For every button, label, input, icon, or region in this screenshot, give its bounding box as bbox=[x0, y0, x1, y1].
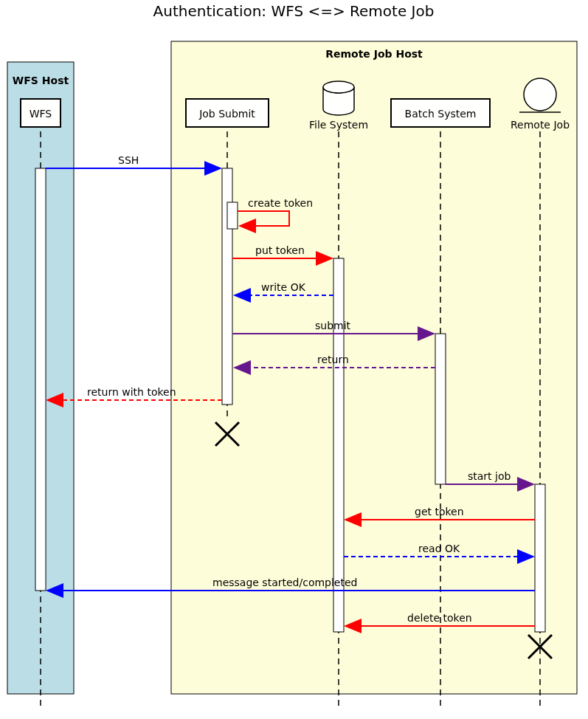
remote-job-activation bbox=[535, 484, 545, 632]
job-submit-participant-label: Job Submit bbox=[198, 108, 255, 120]
get-token-label: get token bbox=[415, 506, 464, 517]
remote-job-participant-label: Remote Job bbox=[511, 119, 570, 131]
ssh-label: SSH bbox=[118, 154, 139, 166]
delete-token-label: delete token bbox=[407, 612, 472, 624]
wfs-participant-label: WFS bbox=[30, 108, 52, 120]
svg-point-0 bbox=[323, 81, 354, 93]
read-ok-label: read OK bbox=[418, 543, 460, 554]
write-ok-label: write OK bbox=[261, 281, 306, 293]
diagram-title: Authentication: WFS <=> Remote Job bbox=[153, 2, 435, 20]
create-token-label: create token bbox=[248, 197, 313, 209]
msg-started-completed-label: message started/completed bbox=[212, 577, 357, 588]
remote-job-host-label: Remote Job Host bbox=[325, 48, 423, 60]
file-system-participant bbox=[323, 81, 354, 115]
job-submit-activation2 bbox=[227, 202, 238, 229]
svg-point-1 bbox=[524, 78, 556, 111]
batch-system-participant-label: Batch System bbox=[405, 108, 477, 120]
wfs-activation bbox=[35, 168, 46, 591]
return-label: return bbox=[317, 354, 349, 365]
return-with-token-label: return with token bbox=[87, 386, 176, 398]
start-job-label: start job bbox=[468, 470, 511, 482]
sequence-diagram: Authentication: WFS <=> Remote Job WFS H… bbox=[0, 0, 588, 719]
submit-label: submit bbox=[315, 320, 351, 331]
batch-system-activation bbox=[435, 334, 446, 484]
wfs-host-label: WFS Host bbox=[13, 75, 69, 86]
file-system-participant-label: File System bbox=[309, 119, 368, 131]
put-token-label: put token bbox=[255, 244, 305, 256]
